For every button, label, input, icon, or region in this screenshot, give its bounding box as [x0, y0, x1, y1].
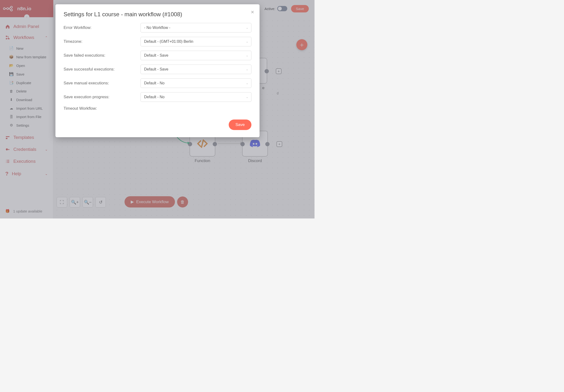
- row-timeout: Timeout Workflow:: [64, 106, 251, 111]
- chevron-down-icon: ⌄: [246, 95, 248, 99]
- row-save-manual: Save manual executions: Default - No⌄: [64, 78, 251, 88]
- label-save-manual: Save manual executions:: [64, 81, 140, 85]
- row-save-progress: Save execution progress: Default - No⌄: [64, 92, 251, 102]
- label-save-progress: Save execution progress:: [64, 95, 140, 99]
- chevron-down-icon: ⌄: [246, 40, 248, 43]
- chevron-down-icon: ⌄: [246, 54, 248, 57]
- workflow-settings-modal: ✕ Settings for L1 course - main workflow…: [55, 4, 260, 137]
- row-save-success: Save successful executions: Default - Sa…: [64, 65, 251, 74]
- label-save-failed: Save failed executions:: [64, 53, 140, 58]
- modal-close-button[interactable]: ✕: [251, 10, 254, 15]
- modal-save-button[interactable]: Save: [229, 120, 251, 130]
- modal-title: Settings for L1 course - main workflow (…: [64, 11, 251, 18]
- label-save-success: Save successful executions:: [64, 67, 140, 72]
- row-save-failed: Save failed executions: Default - Save⌄: [64, 51, 251, 60]
- label-error-workflow: Error Workflow:: [64, 25, 140, 30]
- label-timezone: Timezone:: [64, 39, 140, 44]
- select-error-workflow[interactable]: - No Workflow -⌄: [140, 23, 251, 32]
- chevron-down-icon: ⌄: [246, 68, 248, 71]
- row-error-workflow: Error Workflow: - No Workflow -⌄: [64, 23, 251, 32]
- label-timeout: Timeout Workflow:: [64, 106, 140, 111]
- chevron-down-icon: ⌄: [246, 82, 248, 85]
- select-save-progress[interactable]: Default - No⌄: [140, 92, 251, 102]
- select-save-failed[interactable]: Default - Save⌄: [140, 51, 251, 60]
- select-timezone[interactable]: Default - (GMT+01:00) Berlin⌄: [140, 37, 251, 46]
- select-save-manual[interactable]: Default - No⌄: [140, 78, 251, 88]
- select-save-success[interactable]: Default - Save⌄: [140, 65, 251, 74]
- chevron-down-icon: ⌄: [246, 26, 248, 29]
- row-timezone: Timezone: Default - (GMT+01:00) Berlin⌄: [64, 37, 251, 46]
